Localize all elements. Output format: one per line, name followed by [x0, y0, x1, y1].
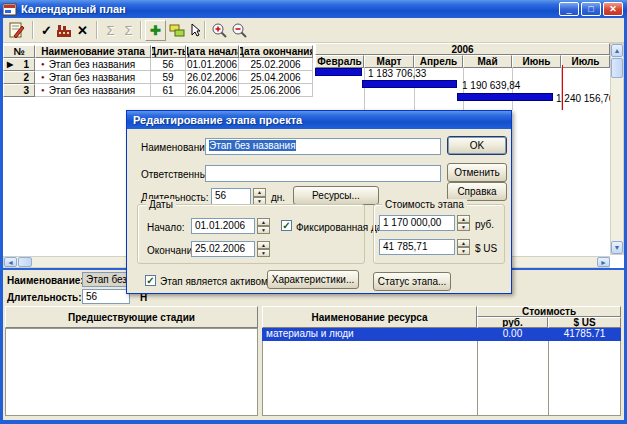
column-separator [477, 341, 478, 416]
end-date-stepper[interactable]: ▲▼ [257, 241, 270, 257]
start-date-stepper[interactable]: ▲▼ [257, 218, 270, 234]
cost-usd-stepper[interactable]: ▲▼ [457, 239, 470, 255]
stage-name-cell[interactable]: ● Этап без названия [35, 84, 151, 97]
duration-stepper[interactable]: ▲▼ [253, 188, 266, 205]
gantt-bar-stage-3[interactable] [457, 93, 553, 101]
gantt-gridline [364, 68, 365, 110]
stage-duration-cell[interactable]: 59 [151, 71, 186, 84]
stepper-down-icon: ▼ [457, 247, 470, 255]
panel-name-label: Наименование: [7, 275, 84, 286]
toolbar: ✓ ✕ Σ Σ ✚ [3, 18, 624, 43]
journal-button[interactable] [6, 20, 27, 41]
stage-status-button[interactable]: Статус этапа... [373, 272, 451, 291]
row-header[interactable]: 2 [3, 71, 35, 84]
zoom-out-icon [231, 22, 248, 39]
column-header-name[interactable]: Наименование этапа [35, 45, 151, 58]
scroll-down-icon[interactable]: ▼ [611, 241, 623, 254]
column-header-end[interactable]: Дата окончания [239, 45, 313, 58]
characteristics-button[interactable]: Характеристики... [267, 270, 359, 289]
row-header[interactable]: ▶ 1 [3, 58, 35, 71]
gantt-vertical-scrollbar[interactable]: ▲ ▼ [610, 43, 624, 255]
cancel-button[interactable]: Отменить [447, 163, 507, 182]
gantt-bar-label: 1 190 639,84 [462, 80, 520, 91]
gantt-month-header: Июль [561, 55, 610, 68]
column-separator [548, 341, 549, 416]
column-header-num[interactable]: № [3, 45, 35, 58]
stage-duration-cell[interactable]: 56 [151, 58, 186, 71]
resource-cost-rub: 0.00 [477, 328, 548, 341]
toolbar-separator [204, 21, 206, 39]
window-title: Календарный план [21, 3, 126, 15]
cost-rub-stepper[interactable]: ▲▼ [457, 215, 470, 231]
scroll-left-icon[interactable]: ◄ [4, 257, 17, 267]
stage-start-cell[interactable]: 01.01.2006 [186, 58, 239, 71]
scroll-up-icon[interactable]: ▲ [611, 44, 623, 57]
dates-group-label: Даты [146, 199, 176, 210]
resource-row-selected[interactable]: материалы и люди 0.00 41785.71 [262, 328, 621, 341]
journal-icon [8, 22, 25, 39]
prev-stages-header[interactable]: Предшествующие стадии [5, 306, 258, 328]
app-icon [3, 3, 17, 16]
start-date-field[interactable]: 01.01.2006 [191, 218, 255, 234]
ok-button[interactable]: OK [447, 136, 507, 155]
fixed-date-checkbox[interactable]: ✓ [281, 220, 292, 231]
window-titlebar[interactable]: Календарный план _ □ ✕ [0, 0, 627, 18]
selected-text: Этап без названия [209, 140, 296, 151]
delete-button[interactable]: ✕ [72, 20, 93, 41]
resources-button[interactable]: Ресурсы... [293, 186, 379, 205]
row-header[interactable]: 3 [3, 84, 35, 97]
sum-icon: Σ [106, 24, 114, 37]
panel-duration-field[interactable]: 56 [82, 289, 130, 304]
timeline-marker [562, 65, 563, 110]
stage-end-cell[interactable]: 25.06.2006 [239, 84, 313, 97]
dialog-title: Редактирование этапа проекта [133, 114, 302, 126]
gantt-bar-stage-2[interactable] [362, 80, 457, 88]
resource-name-header[interactable]: Наименование ресурса [262, 306, 477, 328]
stage-name-cell[interactable]: ● Этап без названия [35, 71, 151, 84]
dialog-titlebar[interactable]: Редактирование этапа проекта [127, 111, 511, 129]
zoom-in-button[interactable] [209, 20, 230, 41]
column-header-duration[interactable]: Длит-ть [151, 45, 186, 58]
zoom-out-button[interactable] [229, 20, 250, 41]
stage-end-cell[interactable]: 25.02.2006 [239, 58, 313, 71]
minimize-button[interactable]: _ [559, 2, 579, 16]
stage-start-cell[interactable]: 26.04.2006 [186, 84, 239, 97]
gantt-bar-stage-1[interactable] [315, 68, 362, 76]
rub-label: руб. [475, 219, 494, 230]
stage-name-cell[interactable]: ● Этап без названия [35, 58, 151, 71]
resource-table-body[interactable] [262, 341, 621, 416]
gantt-bar-label: 1 240 156,76 [556, 93, 610, 104]
bullet-icon: ● [41, 61, 45, 67]
end-date-field[interactable]: 25.02.2006 [191, 241, 255, 257]
cost-usd-field[interactable]: 41 785,71 [379, 239, 455, 255]
prev-stages-body[interactable] [5, 328, 258, 416]
maximize-button[interactable]: □ [581, 2, 601, 16]
gantt-year-header: 2006 [315, 43, 610, 55]
factory-icon [56, 23, 73, 38]
select-button[interactable] [184, 20, 205, 41]
cost-rub-header[interactable]: руб. [477, 317, 548, 328]
close-button[interactable]: ✕ [603, 2, 623, 16]
sum-all-button: Σ [118, 20, 139, 41]
duration-field[interactable]: 56 [211, 188, 251, 205]
days-label: дн. [271, 192, 285, 203]
column-header-start[interactable]: Дата начала [186, 45, 239, 58]
cost-usd-header[interactable]: $ US [548, 317, 621, 328]
stage-end-cell[interactable]: 25.04.2006 [239, 71, 313, 84]
add-stage-button[interactable]: ✚ [145, 20, 166, 41]
name-field[interactable]: Этап без названия [205, 138, 441, 155]
resource-name: материалы и люди [262, 328, 477, 341]
scroll-right-icon[interactable]: ► [597, 257, 610, 267]
zoom-in-icon [211, 22, 228, 39]
active-asset-checkbox[interactable]: ✓ [145, 275, 156, 286]
stage-start-cell[interactable]: 26.02.2006 [186, 71, 239, 84]
scrollbar-thumb[interactable] [18, 257, 32, 267]
app-window: Календарный план _ □ ✕ ✓ [0, 0, 627, 424]
cost-header[interactable]: Стоимость [477, 306, 621, 317]
usd-label: $ US [475, 243, 497, 254]
scrollbar-thumb[interactable] [611, 58, 623, 78]
stepper-down-icon: ▼ [257, 249, 270, 257]
responsible-field[interactable] [205, 165, 441, 182]
stage-duration-cell[interactable]: 61 [151, 84, 186, 97]
cost-rub-field[interactable]: 1 170 000,00 [379, 215, 455, 231]
